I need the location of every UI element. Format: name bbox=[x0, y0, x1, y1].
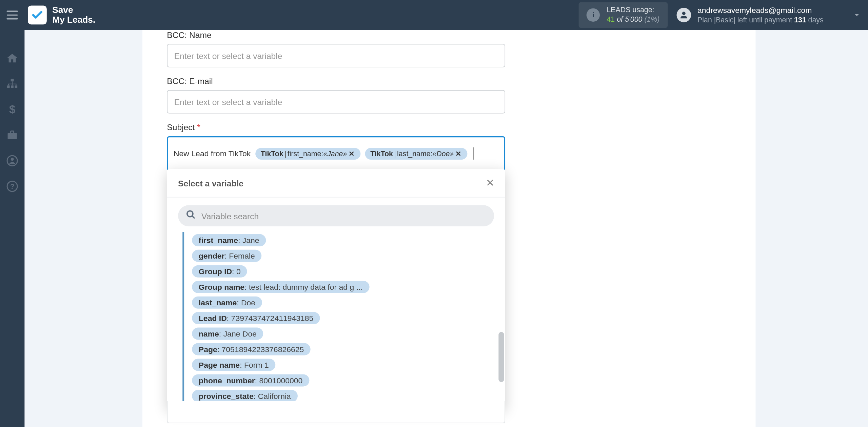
chip-remove-icon[interactable]: ✕ bbox=[349, 149, 355, 158]
variable-search-input[interactable] bbox=[201, 211, 486, 221]
variable-pill[interactable]: Group ID: 0 bbox=[192, 265, 247, 278]
svg-rect-2 bbox=[7, 85, 10, 88]
variable-dropdown: Select a variable ✕ bbox=[167, 169, 505, 409]
account-icon[interactable] bbox=[6, 155, 18, 167]
panel-bottom-edge bbox=[167, 401, 505, 423]
plan-days-suffix: days bbox=[806, 15, 824, 24]
usage-current: 41 bbox=[607, 15, 615, 23]
hamburger-line-icon bbox=[7, 14, 18, 16]
text-cursor bbox=[473, 147, 474, 160]
variable-list[interactable]: — first_name: Jane gender: Female Group … bbox=[182, 232, 494, 402]
plan-mid: | left until payment bbox=[733, 15, 794, 24]
hamburger-line-icon bbox=[7, 18, 18, 19]
close-icon[interactable]: ✕ bbox=[486, 177, 494, 189]
variable-pill[interactable]: province_state: California bbox=[192, 390, 297, 402]
variable-pill[interactable]: Group name: test lead: dummy data for ad… bbox=[192, 281, 369, 293]
chevron-down-icon bbox=[852, 11, 861, 19]
sitemap-icon[interactable] bbox=[6, 78, 18, 90]
main-content-area: BCC: Name BCC: E-mail Subject * New Lead… bbox=[24, 30, 868, 427]
variable-pill[interactable]: Lead ID: 7397437472411943185 bbox=[192, 312, 320, 324]
variable-pill[interactable]: gender: Female bbox=[192, 250, 261, 262]
bcc-email-label: BCC: E-mail bbox=[167, 76, 505, 86]
subject-input[interactable]: New Lead from TikTok TikTok | first_name… bbox=[167, 136, 505, 171]
bcc-name-input[interactable] bbox=[167, 44, 505, 67]
user-email: andrewsavemyleads@gmail.com bbox=[697, 5, 824, 16]
plan-name: Basic bbox=[716, 15, 733, 24]
svg-line-12 bbox=[192, 216, 195, 218]
svg-point-8 bbox=[11, 158, 14, 161]
svg-text:?: ? bbox=[10, 182, 15, 190]
subject-text-value: New Lead from TikTok bbox=[174, 149, 251, 158]
help-icon[interactable]: ? bbox=[6, 180, 18, 192]
variable-pill[interactable]: last_name: Doe bbox=[192, 297, 262, 309]
svg-rect-4 bbox=[11, 85, 14, 88]
sidebar-nav: $ ? bbox=[0, 30, 24, 427]
user-avatar-icon bbox=[676, 8, 691, 22]
svg-text:$: $ bbox=[9, 103, 15, 116]
plan-prefix: Plan | bbox=[697, 15, 716, 24]
logo-checkmark-icon bbox=[31, 9, 43, 21]
subject-chip-firstname[interactable]: TikTok | first_name: «Jane» ✕ bbox=[255, 148, 360, 159]
bcc-email-input[interactable] bbox=[167, 90, 505, 114]
briefcase-icon[interactable] bbox=[6, 129, 18, 141]
svg-rect-3 bbox=[15, 85, 18, 88]
plan-days: 131 bbox=[794, 15, 806, 24]
search-icon bbox=[186, 210, 196, 220]
user-menu[interactable]: andrewsavemyleads@gmail.com Plan |Basic|… bbox=[676, 5, 862, 25]
hamburger-line-icon bbox=[7, 11, 18, 12]
info-icon: i bbox=[587, 8, 600, 22]
dollar-icon[interactable]: $ bbox=[6, 103, 18, 116]
content-panel: BCC: Name BCC: E-mail Subject * New Lead… bbox=[142, 30, 755, 427]
svg-point-0 bbox=[682, 12, 685, 15]
subject-label: Subject * bbox=[167, 122, 505, 132]
usage-indicator: i LEADS usage: 41 of 5'000 (1%) bbox=[579, 2, 667, 28]
variable-pill[interactable]: phone_number: 8001000000 bbox=[192, 374, 309, 386]
chip-remove-icon[interactable]: ✕ bbox=[455, 149, 461, 158]
logo-badge[interactable] bbox=[28, 5, 47, 24]
variable-search-box[interactable] bbox=[178, 205, 494, 226]
usage-total: 5'000 bbox=[625, 15, 643, 23]
variable-pill[interactable]: first_name: Jane bbox=[192, 234, 266, 246]
hamburger-menu-button[interactable] bbox=[7, 8, 20, 22]
logo-text: Save My Leads. bbox=[52, 5, 95, 25]
svg-point-11 bbox=[187, 211, 193, 217]
svg-rect-1 bbox=[11, 79, 14, 82]
bcc-name-label: BCC: Name bbox=[167, 30, 505, 40]
scrollbar-thumb[interactable] bbox=[498, 332, 504, 382]
variable-pill[interactable]: Page: 7051894223376826625 bbox=[192, 343, 311, 355]
svg-rect-6 bbox=[8, 133, 17, 139]
variable-pill[interactable]: name: Jane Doe bbox=[192, 328, 263, 340]
svg-point-7 bbox=[7, 156, 17, 166]
home-icon[interactable] bbox=[6, 52, 18, 64]
usage-percent: (1%) bbox=[644, 15, 659, 23]
variable-pill[interactable]: Page name: Form 1 bbox=[192, 359, 275, 371]
dropdown-title: Select a variable bbox=[178, 178, 243, 188]
usage-label: LEADS usage: bbox=[607, 6, 659, 15]
subject-chip-lastname[interactable]: TikTok | last_name: «Doe» ✕ bbox=[365, 148, 467, 159]
app-header: Save My Leads. i LEADS usage: 41 of 5'00… bbox=[0, 0, 868, 30]
usage-of: of bbox=[617, 15, 625, 23]
